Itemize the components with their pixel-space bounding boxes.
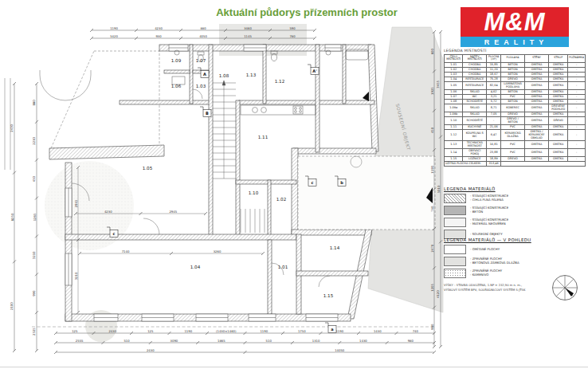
room-label: 1.13 (246, 73, 257, 77)
north-compass (547, 269, 583, 306)
table-row: 1.14OBÝVACÍ POKOJ23,88PVCOMÍTKAOMÍTKA- (445, 148, 586, 156)
column-header: STĚNY (524, 55, 548, 63)
dimension-value: 990 (33, 290, 37, 296)
dimension-value: 1190 (184, 329, 192, 333)
table-total-row: ÚŽITNÁ PLOCHA CELKEM:313,46 (445, 161, 586, 166)
room-label: 1.12 (275, 79, 284, 84)
legend-item: - ZPEVNĚNÉ PLOCHY - BETONOVÁ ZÁMKOVÁ DLA… (444, 257, 586, 266)
dimension-value: 930 (155, 34, 162, 38)
legend-materials-title: LEGENDA MATERIÁLŮ (444, 186, 586, 191)
floorplan-page: Aktuální půdorys přízemních prostor M&M … (0, 0, 588, 373)
room-label: 1.08 (219, 73, 229, 78)
legend-label: - OMÍTANÉ PLOCHY (470, 248, 500, 252)
svg-text:A': A' (312, 69, 317, 73)
svg-text:a: a (331, 327, 333, 332)
table-row: 1.10SCHODIŠTĚ-DŘEVO / BETONOMÍTKADŘEVO- (445, 116, 586, 124)
dimension-value: 4230 (155, 26, 163, 30)
room-label: 1.14 (330, 245, 340, 250)
dimension-value: 450 (33, 175, 37, 182)
dimension-value: 1310 (312, 339, 320, 343)
section-marker: a (325, 323, 336, 333)
note-line: VÝŠKOVÝ SYSTÉM BPV, SOUŘADNICOVÝ SYSTÉM … (444, 289, 563, 293)
room-label: 1.07 (196, 58, 206, 63)
svg-text:B: B (206, 111, 209, 116)
room-label: 1.11 (258, 135, 269, 139)
stove (293, 106, 303, 114)
svg-text:c: c (113, 231, 116, 236)
column-header: ČÍSLO MÍSTNOSTI (445, 55, 463, 63)
dimension-value: 7140 (122, 249, 130, 253)
dimension-value: 2430 (10, 124, 14, 132)
dimension-value: 2100 (10, 302, 14, 310)
table-row: 1.05RESTAURACE82,04LAMINÁTOVÁ PODLAHAOMÍ… (445, 81, 586, 89)
column-header: PODLAHA (501, 55, 525, 63)
column-header: NÁZEV MÍSTNOSTI (463, 55, 487, 63)
courtyard-outline (51, 51, 159, 148)
dimension-value: 2210 (33, 136, 37, 144)
dimension-value: 450 (430, 127, 434, 133)
dimension-value: 125 (72, 329, 78, 333)
dimension-value: 2430 (147, 348, 155, 352)
dimension-value: 510 (123, 339, 130, 343)
dimension-value: 4120 (437, 290, 441, 298)
page-bottom-rule (0, 367, 588, 367)
dimension-value: 510 (266, 339, 272, 343)
legend-item: - OMÍTANÉ PLOCHY (444, 245, 586, 254)
dimension-value: 8250 (10, 213, 14, 221)
legend-swatch-white (444, 245, 466, 254)
dimension-value: 2945 (169, 210, 177, 214)
legend-label: - ZPEVNĚNÉ PLOCHY - KAMENIVO (470, 269, 502, 277)
table-row: 1.12KOUPELNA S WC6,47KERAMICKÁ DLAŽBAOMÍ… (445, 129, 586, 140)
dimension-value: 1265 (33, 213, 37, 221)
dimension-value: 3210 (74, 272, 78, 280)
dimension-value: 2325 (33, 328, 37, 336)
dimension-value: 880 (200, 26, 206, 30)
dimension-value: 5010 (437, 185, 441, 193)
room-label: 1.04 (190, 265, 201, 269)
terrace-outline (298, 156, 435, 230)
dimension-value: 1145 (244, 34, 252, 38)
dimension-value: 740 (430, 206, 434, 212)
legend-view-title: LEGENDA MATERIÁLŮ — V POHLEDU (444, 238, 586, 242)
dimension-value: 4230 (104, 210, 112, 214)
dimension-value: 3455 (437, 80, 441, 88)
dimension-value: (1430×1460) (216, 329, 237, 333)
svg-text:c: c (312, 180, 314, 185)
room-label: 1.01 (278, 265, 288, 269)
legend-materials: LEGENDA MATERIÁLŮ - STÁVAJÍCÍ KONSTRUKCE… (444, 186, 586, 241)
legend-item: - STÁVAJÍCÍ KONSTRUKCE - CIHLA PLNÁ PÁLE… (444, 194, 586, 203)
staircase-secondary (241, 209, 265, 233)
room-label: 1.06 (171, 84, 182, 88)
wall-marker (363, 92, 369, 101)
dimension-value: 1205 (430, 284, 434, 292)
room-label: 1.09 (171, 58, 182, 63)
legend-label: - STÁVAJÍCÍ KONSTRUKCE - CIHLA PLNÁ PÁLE… (470, 194, 508, 202)
legend-item: - STÁVAJÍCÍ KONSTRUKCE - BETON (444, 206, 586, 215)
legend-label: - STÁVAJÍCÍ KONSTRUKCE - MATERIÁL NEOVĚŘ… (470, 218, 508, 226)
dimension-value: 2945 (74, 199, 78, 207)
room-label: 1.03 (196, 84, 206, 88)
dimension-value: 3460 (244, 26, 252, 30)
legend-swatch-solid (444, 206, 466, 215)
dimension-value: 3260 (214, 249, 221, 253)
dimension-value: 1925 (430, 87, 434, 95)
legend-swatch-pale (444, 257, 466, 266)
survey-notes: VÝŠKY – STAVBA ODVOZENA, 1.NP = 232,90 m… (444, 284, 563, 293)
column-header: POZNÁMKA (568, 55, 586, 63)
staircase-main (213, 80, 236, 179)
kitchen-counter (241, 105, 316, 115)
legend-label: - STÁVAJÍCÍ KONSTRUKCE - BETON (470, 206, 508, 214)
dimension-value: 1750 (298, 329, 306, 333)
room-label: 1.10 (249, 190, 259, 195)
legend-swatch-light (444, 218, 466, 227)
legend-label: - ZPEVNĚNÉ PLOCHY - BETONOVÁ ZÁMKOVÁ DLA… (470, 257, 519, 265)
dimension-value: 1430 (359, 339, 367, 343)
svg-text:b: b (340, 180, 343, 185)
table-row: 1.09aSKLAD8,71KOBERECOMÍTKADŘEVĚNÝ PODHL… (445, 104, 586, 112)
table-row: 1.13TECHNICKÁ MÍSTNOST10,81PVCOMÍTKAOMÍT… (445, 140, 586, 148)
dimension-value: 1430 (374, 329, 382, 333)
legend-item: - STÁVAJÍCÍ KONSTRUKCE - MATERIÁL NEOVĚŘ… (444, 218, 586, 227)
dimension-value: 4050 (199, 34, 207, 38)
dimension-value: 600 (430, 48, 434, 54)
dimension-value: 1190 (260, 329, 268, 333)
